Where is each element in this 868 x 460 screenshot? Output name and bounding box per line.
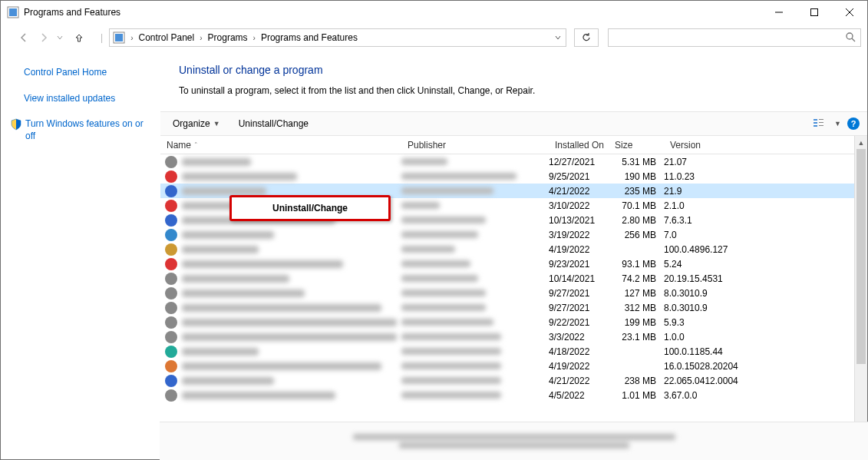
version: 11.0.23 [664, 171, 771, 182]
sidebar-item-home[interactable]: Control Panel Home [24, 67, 153, 79]
version: 16.0.15028.20204 [664, 361, 771, 372]
sidebar-item-updates[interactable]: View installed updates [24, 93, 153, 105]
breadcrumb-mid[interactable]: Programs [205, 32, 251, 43]
search-box[interactable] [608, 28, 861, 47]
up-button[interactable] [70, 28, 88, 47]
publisher-name [401, 217, 486, 223]
version: 100.0.1185.44 [664, 346, 771, 357]
close-button[interactable] [832, 1, 867, 24]
program-name [182, 275, 289, 283]
publisher-name [401, 377, 501, 384]
status-text [322, 432, 706, 452]
svg-rect-11 [814, 122, 817, 124]
table-row[interactable]: 4/5/20221.01 MB3.67.0.0 [160, 388, 867, 402]
back-button[interactable] [15, 28, 33, 47]
table-row[interactable]: 4/18/2022100.0.1185.44 [160, 344, 867, 359]
table-row[interactable]: 4/21/2022238 MB22.065.0412.0004 [160, 373, 867, 388]
table-row[interactable]: 9/25/2021190 MB11.0.23 [160, 169, 867, 184]
breadcrumb-root[interactable]: Control Panel [135, 32, 197, 43]
help-icon[interactable]: ? [847, 117, 860, 130]
program-name [182, 377, 274, 385]
size: 190 MB [609, 171, 664, 182]
column-version[interactable]: Version [664, 140, 771, 151]
search-input[interactable] [613, 32, 845, 43]
svg-rect-12 [814, 125, 817, 127]
titlebar: Programs and Features [1, 1, 867, 24]
svg-rect-15 [819, 125, 823, 126]
table-row[interactable]: 9/27/2021127 MB8.0.3010.9 [160, 286, 867, 300]
installed-on: 10/13/2021 [549, 215, 609, 226]
size: 312 MB [609, 303, 664, 313]
separator: | [101, 32, 103, 43]
table-row[interactable]: 3/3/202223.1 MB1.0.0 [160, 329, 867, 344]
installed-on: 9/25/2021 [549, 171, 609, 182]
scroll-up-icon[interactable]: ▲ [855, 136, 867, 149]
column-name[interactable]: Name˄ [160, 140, 401, 151]
column-size[interactable]: Size [609, 140, 664, 151]
column-publisher[interactable]: Publisher [401, 140, 549, 151]
minimize-button[interactable] [761, 1, 797, 24]
maximize-button[interactable] [797, 1, 832, 24]
installed-on: 9/27/2021 [549, 288, 609, 299]
size: 74.2 MB [609, 273, 664, 284]
table-row[interactable]: 4/19/2022100.0.4896.127 [160, 242, 867, 256]
publisher-name [401, 319, 493, 326]
installed-on: 4/5/2022 [549, 390, 609, 401]
search-icon[interactable] [845, 31, 856, 45]
program-icon [165, 243, 177, 256]
column-installed[interactable]: Installed On [549, 140, 609, 151]
sidebar-item-features[interactable]: Turn Windows features on or off [25, 118, 153, 142]
forward-button[interactable] [35, 28, 53, 47]
organize-button[interactable]: Organize ▼ [168, 117, 225, 131]
table-row[interactable]: 12/27/20215.31 MB21.07 [160, 154, 867, 169]
chevron-right-icon[interactable]: › [197, 34, 204, 42]
svg-rect-10 [814, 119, 817, 121]
version: 5.24 [664, 259, 771, 270]
publisher-name [401, 348, 501, 355]
program-icon [165, 229, 177, 241]
breadcrumb[interactable]: › Control Panel › Programs › Programs an… [109, 28, 566, 47]
publisher-name [401, 246, 455, 253]
table-row[interactable]: 9/22/2021199 MB5.9.3 [160, 315, 867, 329]
installed-on: 10/14/2021 [549, 273, 609, 284]
context-uninstall[interactable]: Uninstall/Change [232, 197, 388, 219]
table-row[interactable]: 9/27/2021312 MB8.0.3010.9 [160, 300, 867, 315]
scrollbar-thumb[interactable] [856, 149, 866, 364]
program-icon [165, 375, 177, 387]
program-icon [165, 302, 177, 314]
main: Control Panel Home View installed update… [1, 51, 867, 459]
publisher-name [401, 173, 517, 180]
program-name [182, 392, 335, 399]
page-heading: Uninstall or change a program [179, 64, 867, 76]
program-icon [165, 360, 177, 372]
publisher-name [401, 275, 478, 282]
program-name [182, 348, 259, 356]
size: 235 MB [609, 186, 664, 197]
breadcrumb-leaf[interactable]: Programs and Features [258, 32, 361, 43]
publisher-name [401, 231, 478, 238]
view-options-button[interactable] [813, 117, 825, 130]
version: 8.0.3010.9 [664, 303, 771, 313]
recent-locations-dropdown[interactable] [54, 35, 65, 41]
program-name [182, 246, 259, 253]
svg-rect-1 [9, 8, 17, 16]
uninstall-label: Uninstall/Change [239, 118, 309, 129]
chevron-right-icon[interactable]: › [251, 34, 258, 42]
table-row[interactable]: 4/19/202216.0.15028.20204 [160, 359, 867, 373]
publisher-name [401, 362, 501, 369]
version: 22.065.0412.0004 [664, 376, 771, 386]
breadcrumb-dropdown[interactable] [550, 32, 566, 43]
table-row[interactable]: 9/23/202193.1 MB5.24 [160, 256, 867, 271]
size: 2.80 MB [609, 215, 664, 226]
installed-on: 3/10/2022 [549, 200, 609, 211]
size: 238 MB [609, 376, 664, 386]
vertical-scrollbar[interactable]: ▲ ▼ [854, 136, 867, 459]
chevron-right-icon[interactable]: › [128, 34, 135, 42]
chevron-down-icon[interactable]: ▼ [834, 120, 841, 127]
refresh-button[interactable] [574, 28, 599, 47]
program-icon [165, 316, 177, 329]
uninstall-button[interactable]: Uninstall/Change [234, 117, 313, 131]
table-row[interactable]: 10/14/202174.2 MB20.19.15.4531 [160, 271, 867, 286]
publisher-name [401, 260, 470, 267]
table-row[interactable]: 3/19/2022256 MB7.0 [160, 227, 867, 242]
